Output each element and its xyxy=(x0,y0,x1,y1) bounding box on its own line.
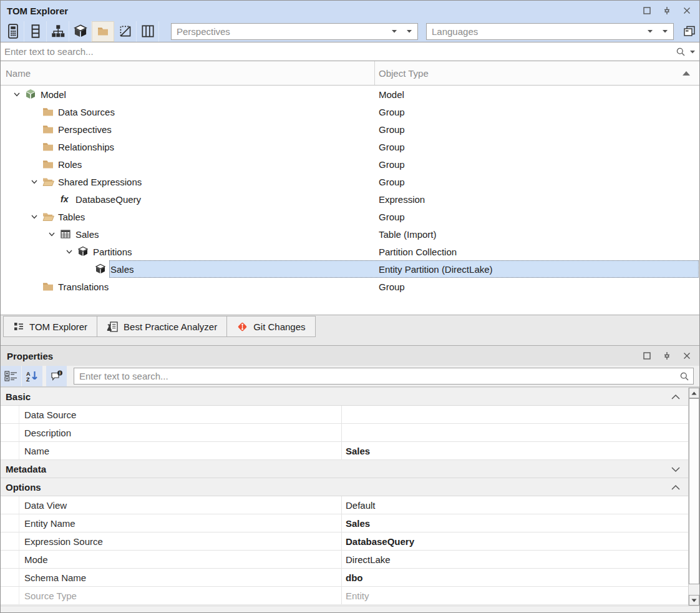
categorized-icon xyxy=(4,370,17,382)
table-columns-view-button[interactable] xyxy=(137,21,159,42)
category-options[interactable]: Options xyxy=(1,478,688,496)
category-basic[interactable]: Basic xyxy=(1,388,688,406)
chevron-up-icon[interactable] xyxy=(671,394,681,400)
chevron-up-icon[interactable] xyxy=(671,484,681,491)
property-value[interactable]: Sales xyxy=(341,514,688,532)
object-type-cell: Group xyxy=(375,173,699,190)
properties-search-input[interactable] xyxy=(74,371,693,381)
node-label: Translations xyxy=(57,282,109,292)
property-value[interactable] xyxy=(341,406,688,423)
column-list-view-button[interactable] xyxy=(24,21,47,42)
close-button[interactable] xyxy=(681,350,693,362)
cascade-windows-button[interactable] xyxy=(681,22,698,40)
scroll-thumb[interactable] xyxy=(689,398,699,584)
perspective-view-button[interactable] xyxy=(114,21,137,42)
fx-icon: fx xyxy=(59,190,74,208)
pin-button[interactable] xyxy=(661,4,673,17)
panel-title: TOM Explorer xyxy=(7,6,68,16)
git-icon xyxy=(236,321,248,333)
category-label: Basic xyxy=(6,391,31,402)
expander-spacer xyxy=(79,260,94,278)
row-gutter xyxy=(1,406,19,423)
property-value[interactable]: Sales xyxy=(341,442,688,459)
folder-icon xyxy=(42,120,57,138)
scroll-down-button[interactable] xyxy=(689,595,699,606)
properties-panel: Properties AZi xyxy=(1,345,699,613)
expander-chevron-icon[interactable] xyxy=(9,86,24,103)
panel-title: Properties xyxy=(7,351,53,361)
scrollbar[interactable] xyxy=(688,388,699,606)
pin-button[interactable] xyxy=(661,350,673,362)
property-label: Entity Name xyxy=(19,518,341,529)
category-metadata[interactable]: Metadata xyxy=(1,460,688,478)
tree-search-row xyxy=(1,42,699,61)
column-header-object-type[interactable]: Object Type xyxy=(375,61,699,85)
tree-row-partitions[interactable]: PartitionsPartition Collection xyxy=(1,243,699,260)
tab-tom-explorer[interactable]: TOM Explorer xyxy=(3,316,97,337)
tree-row-data-sources[interactable]: Data SourcesGroup xyxy=(1,103,699,120)
tom-title-bar: TOM Explorer xyxy=(1,1,699,21)
close-icon xyxy=(682,6,692,16)
property-label: Data Source xyxy=(19,409,341,420)
cube-view-button[interactable] xyxy=(69,21,92,42)
close-icon xyxy=(682,351,692,361)
properties-toolbar-buttons: AZi xyxy=(1,366,67,386)
expander-chevron-icon[interactable] xyxy=(27,208,42,225)
tab-git-changes[interactable]: Git Changes xyxy=(226,316,315,337)
expander-chevron-icon[interactable] xyxy=(62,243,77,260)
tree-row-tables[interactable]: TablesGroup xyxy=(1,208,699,225)
node-label: Sales xyxy=(109,264,134,275)
maximize-button[interactable] xyxy=(641,350,653,362)
languages-combobox[interactable]: Languages xyxy=(426,23,674,40)
panel-splitter[interactable] xyxy=(1,338,699,345)
tooltip-info-button[interactable]: i xyxy=(46,366,67,386)
perspective-icon xyxy=(117,23,134,39)
close-button[interactable] xyxy=(681,4,693,17)
property-label: Source Type xyxy=(19,591,341,601)
tab-best-practice-analyzer[interactable]: Best Practice Analyzer xyxy=(97,316,227,337)
tree-row-sales[interactable]: SalesEntity Partition (DirectLake) xyxy=(1,260,699,278)
partition-icon xyxy=(94,260,109,278)
hierarchy-icon xyxy=(50,23,66,39)
tab-label: Best Practice Analyzer xyxy=(124,321,217,332)
property-value[interactable]: DatabaseQuery xyxy=(341,532,688,550)
perspectives-combobox[interactable]: Perspectives xyxy=(171,23,418,40)
property-value[interactable]: dbo xyxy=(341,569,688,586)
expander-chevron-icon[interactable] xyxy=(44,225,59,243)
name-cell: Partitions xyxy=(1,243,375,260)
property-value[interactable] xyxy=(341,424,688,441)
search-options-chevron-icon[interactable] xyxy=(689,50,696,54)
folder-icon xyxy=(42,103,57,120)
folder-view-button[interactable] xyxy=(92,21,114,42)
property-label: Schema Name xyxy=(19,572,341,583)
object-tree: ModelModelData SourcesGroupPerspectivesG… xyxy=(1,86,699,315)
chevron-down-icon xyxy=(406,29,412,33)
pin-icon xyxy=(662,351,672,361)
sort-az-button[interactable]: AZ xyxy=(22,366,43,386)
name-cell: Sales xyxy=(1,260,375,278)
property-value[interactable]: Default xyxy=(341,496,688,514)
hierarchy-view-button[interactable] xyxy=(47,21,69,42)
node-label: Sales xyxy=(74,229,99,240)
tree-row-roles[interactable]: RolesGroup xyxy=(1,155,699,173)
column-header-name[interactable]: Name xyxy=(1,61,375,85)
tree-row-perspectives[interactable]: PerspectivesGroup xyxy=(1,120,699,138)
tree-row-shared-expressions[interactable]: Shared ExpressionsGroup xyxy=(1,173,699,190)
expander-chevron-icon[interactable] xyxy=(27,173,42,190)
tree-row-databasequery[interactable]: fxDatabaseQueryExpression xyxy=(1,190,699,208)
maximize-button[interactable] xyxy=(641,4,653,17)
categorized-button[interactable] xyxy=(1,366,22,386)
chevron-down-icon[interactable] xyxy=(671,466,681,473)
object-type-cell: Entity Partition (DirectLake) xyxy=(375,260,699,278)
calculator-view-button[interactable] xyxy=(2,21,24,42)
properties-grid: BasicData SourceDescriptionNameSalesMeta… xyxy=(1,388,688,606)
property-value[interactable]: Entity xyxy=(341,587,688,604)
tab-label: Git Changes xyxy=(253,321,305,332)
property-value[interactable]: DirectLake xyxy=(341,551,688,568)
tree-row-relationships[interactable]: RelationshipsGroup xyxy=(1,138,699,155)
tree-row-model[interactable]: ModelModel xyxy=(1,86,699,103)
scroll-up-button[interactable] xyxy=(689,388,699,398)
tree-row-translations[interactable]: TranslationsGroup xyxy=(1,278,699,295)
tree-row-sales[interactable]: SalesTable (Import) xyxy=(1,225,699,243)
tree-search-input[interactable] xyxy=(1,42,699,61)
